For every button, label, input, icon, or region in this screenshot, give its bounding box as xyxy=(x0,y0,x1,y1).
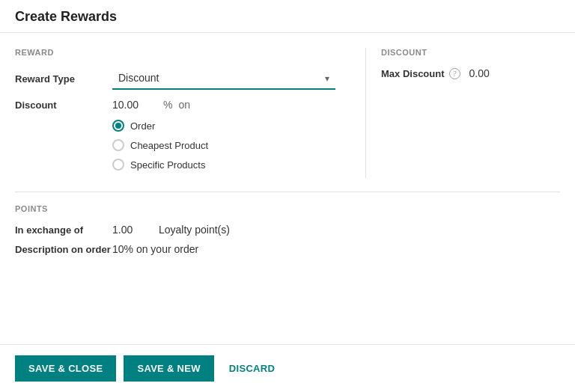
reward-type-select[interactable]: Discount Free Product xyxy=(112,67,335,90)
page-title: Create Rewards xyxy=(15,9,560,25)
in-exchange-label: In exchange of xyxy=(15,224,112,236)
max-discount-value: 0.00 xyxy=(469,67,490,79)
max-discount-label: Max Discount xyxy=(381,68,445,79)
footer: SAVE & CLOSE SAVE & NEW DISCARD xyxy=(0,344,575,392)
radio-specific[interactable]: Specific Products xyxy=(112,159,335,171)
radio-order-label: Order xyxy=(130,120,155,132)
discount-on: on xyxy=(178,99,190,111)
save-new-button[interactable]: SAVE & NEW xyxy=(124,355,213,382)
radio-circle-cheapest xyxy=(112,139,124,151)
radio-specific-label: Specific Products xyxy=(130,159,205,171)
discard-button[interactable]: DISCARD xyxy=(222,355,282,382)
radio-circle-order xyxy=(112,120,124,132)
radio-circle-specific xyxy=(112,159,124,171)
discount-label: Discount xyxy=(15,99,112,111)
description-value: 10% on your order xyxy=(112,243,198,255)
radio-order[interactable]: Order xyxy=(112,120,335,132)
points-section-label: POINTS xyxy=(15,204,560,213)
radio-cheapest[interactable]: Cheapest Product xyxy=(112,139,335,151)
reward-type-label: Reward Type xyxy=(15,73,112,85)
radio-cheapest-label: Cheapest Product xyxy=(130,140,208,151)
discount-section-label: DISCOUNT xyxy=(381,48,560,57)
discount-unit: % xyxy=(163,99,172,111)
loyalty-points-unit: Loyalty point(s) xyxy=(159,224,230,236)
in-exchange-value: 1.00 xyxy=(112,224,150,236)
reward-section-label: REWARD xyxy=(15,48,335,57)
description-label: Description on order xyxy=(15,244,112,255)
save-close-button[interactable]: SAVE & CLOSE xyxy=(15,355,116,382)
discount-value: 10.00 xyxy=(112,99,157,111)
help-icon[interactable]: ? xyxy=(449,68,460,79)
section-divider xyxy=(15,192,560,192)
page-header: Create Rewards xyxy=(0,0,575,33)
